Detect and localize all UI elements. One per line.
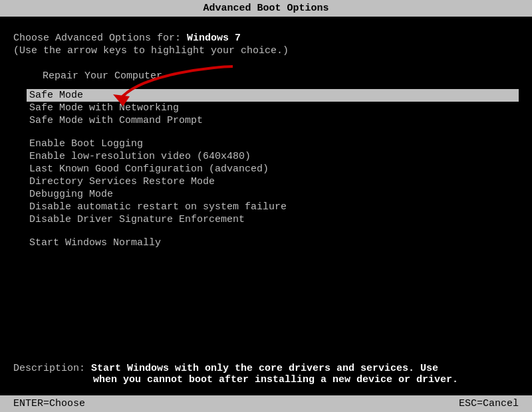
description-label: Description: xyxy=(13,363,91,374)
description-line2: when you cannot boot after installing a … xyxy=(13,374,519,385)
debugging-label: Debugging Mode xyxy=(29,189,113,200)
safe-mode-networking-label: Safe Mode with Networking xyxy=(29,102,179,114)
safe-mode-networking-item[interactable]: Safe Mode with Networking xyxy=(27,102,519,114)
safe-mode-label: Safe Mode xyxy=(29,90,83,101)
last-known-item[interactable]: Last Known Good Configuration (advanced) xyxy=(27,163,519,175)
debugging-item[interactable]: Debugging Mode xyxy=(27,188,519,201)
boot-logging-label: Enable Boot Logging xyxy=(29,138,143,150)
enter-label: ENTER=Choose xyxy=(13,398,85,409)
disable-driver-item[interactable]: Disable Driver Signature Enforcement xyxy=(27,213,519,226)
intro-prefix: Choose Advanced Options for: xyxy=(13,33,187,44)
menu-group2: Enable Boot Logging Enable low-resolutio… xyxy=(13,138,519,226)
intro-line1: Choose Advanced Options for: Windows 7 xyxy=(13,33,519,44)
start-normally-label: Start Windows Normally xyxy=(29,237,161,249)
disable-restart-item[interactable]: Disable automatic restart on system fail… xyxy=(27,201,519,213)
description-text2: when you cannot boot after installing a … xyxy=(93,374,458,385)
disable-driver-label: Disable Driver Signature Enforcement xyxy=(29,214,245,225)
intro-highlight: Windows 7 xyxy=(187,33,241,44)
low-res-label: Enable low-resolution video (640x480) xyxy=(29,151,251,162)
bottom-bar: ENTER=Choose ESC=Cancel xyxy=(0,395,532,412)
description-section: Description: Start Windows with only the… xyxy=(0,363,532,385)
title-text: Advanced Boot Options xyxy=(203,3,329,14)
safe-mode-item[interactable]: Safe Mode xyxy=(27,89,519,102)
description-line1: Description: Start Windows with only the… xyxy=(13,363,519,374)
boot-logging-item[interactable]: Enable Boot Logging xyxy=(27,138,519,150)
directory-services-item[interactable]: Directory Services Restore Mode xyxy=(27,175,519,188)
intro-line2: (Use the arrow keys to highlight your ch… xyxy=(13,45,519,56)
start-normally-item[interactable]: Start Windows Normally xyxy=(27,237,519,249)
menu-group3: Start Windows Normally xyxy=(13,237,519,249)
safe-mode-command-item[interactable]: Safe Mode with Command Prompt xyxy=(27,114,519,127)
menu-section: Repair Your Computer Safe Mode Safe Mode… xyxy=(13,70,519,249)
description-text1: Start Windows with only the core drivers… xyxy=(91,363,438,374)
menu-group1: Safe Mode Safe Mode with Networking Safe… xyxy=(13,89,519,127)
esc-label: ESC=Cancel xyxy=(459,398,519,409)
directory-services-label: Directory Services Restore Mode xyxy=(29,176,215,187)
safe-mode-command-label: Safe Mode with Command Prompt xyxy=(29,115,203,126)
disable-restart-label: Disable automatic restart on system fail… xyxy=(29,201,287,213)
repair-label: Repair Your Computer xyxy=(43,70,162,82)
repair-computer-item[interactable]: Repair Your Computer xyxy=(40,70,519,82)
content-area: Choose Advanced Options for: Windows 7 (… xyxy=(0,17,532,260)
title-bar: Advanced Boot Options xyxy=(0,0,532,17)
low-res-item[interactable]: Enable low-resolution video (640x480) xyxy=(27,150,519,163)
last-known-label: Last Known Good Configuration (advanced) xyxy=(29,163,269,175)
intro-section: Choose Advanced Options for: Windows 7 (… xyxy=(13,33,519,56)
